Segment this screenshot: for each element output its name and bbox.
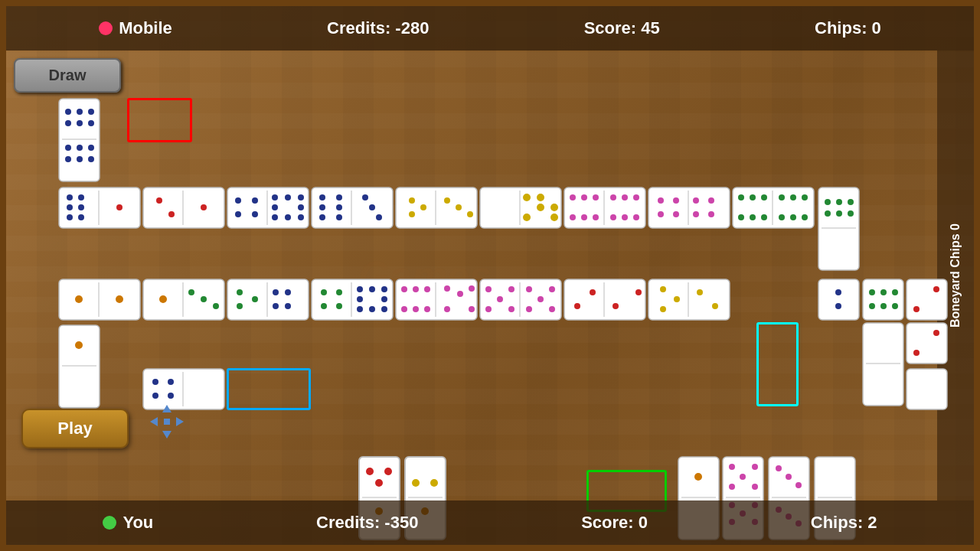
- svg-point-198: [933, 286, 939, 292]
- domino-22r[interactable]: [564, 279, 646, 321]
- svg-point-183: [660, 306, 666, 312]
- mobile-dot: [99, 21, 113, 35]
- svg-point-151: [413, 286, 419, 292]
- svg-point-102: [790, 194, 796, 201]
- domino-far-right-red2[interactable]: [906, 322, 948, 364]
- domino-far-right-blank[interactable]: [862, 322, 904, 406]
- svg-point-163: [485, 286, 492, 292]
- domino-21[interactable]: [142, 187, 225, 229]
- svg-point-242: [776, 465, 782, 471]
- draw-button[interactable]: Draw: [14, 58, 121, 93]
- svg-point-182: [674, 296, 680, 302]
- domino-33y2[interactable]: [479, 187, 562, 229]
- svg-point-176: [590, 289, 596, 295]
- svg-rect-93: [733, 187, 814, 228]
- svg-rect-119: [143, 279, 224, 320]
- svg-point-159: [444, 306, 450, 312]
- svg-point-49: [336, 214, 342, 220]
- domino-33y[interactable]: [395, 187, 478, 229]
- svg-point-100: [761, 214, 767, 220]
- svg-point-91: [693, 211, 699, 217]
- domino-66m[interactable]: [564, 187, 646, 229]
- svg-point-45: [336, 194, 342, 201]
- boneyard-text: Boneyard Chips 0: [947, 223, 964, 328]
- red-highlight-1: [127, 98, 192, 142]
- game-container: Mobile Credits: -280 Score: 45 Chips: 0 …: [0, 0, 980, 551]
- svg-point-143: [357, 296, 363, 302]
- svg-point-8: [65, 145, 71, 151]
- svg-point-32: [235, 211, 241, 217]
- svg-rect-125: [227, 279, 309, 320]
- svg-rect-69: [564, 187, 645, 228]
- svg-rect-196: [906, 279, 947, 320]
- svg-point-20: [67, 214, 73, 220]
- domino-36b[interactable]: [311, 279, 394, 321]
- domino-55p[interactable]: [479, 279, 562, 321]
- svg-point-18: [67, 204, 73, 210]
- svg-point-168: [526, 286, 532, 292]
- svg-point-193: [869, 303, 875, 309]
- svg-point-22: [116, 204, 122, 210]
- svg-point-167: [508, 306, 514, 312]
- move-icon[interactable]: [148, 403, 186, 441]
- mobile-label: Mobile: [119, 18, 172, 38]
- svg-point-44: [319, 194, 325, 201]
- svg-point-111: [848, 199, 854, 205]
- svg-point-104: [779, 214, 785, 220]
- top-credits: Credits: -280: [327, 18, 429, 38]
- svg-rect-199: [59, 325, 100, 408]
- domino-46[interactable]: [227, 187, 309, 229]
- svg-point-95: [738, 194, 744, 201]
- svg-point-34: [272, 194, 278, 201]
- svg-point-35: [285, 194, 291, 201]
- svg-point-30: [235, 197, 241, 204]
- svg-point-155: [424, 306, 430, 312]
- domino-v-right1[interactable]: [818, 187, 860, 271]
- svg-point-217: [384, 468, 392, 475]
- domino-44p[interactable]: [648, 187, 730, 229]
- svg-point-121: [159, 295, 167, 303]
- svg-point-52: [376, 214, 382, 220]
- svg-point-9: [77, 145, 83, 151]
- svg-point-234: [752, 484, 758, 490]
- svg-point-165: [497, 296, 503, 302]
- play-button[interactable]: Play: [21, 409, 129, 448]
- svg-point-40: [285, 214, 291, 220]
- svg-point-195: [892, 303, 898, 309]
- domino-far-right-blank2[interactable]: [906, 368, 948, 410]
- you-dot: [103, 516, 116, 530]
- svg-point-150: [401, 286, 407, 292]
- svg-point-194: [880, 303, 887, 309]
- svg-point-36: [298, 194, 304, 201]
- domino-61[interactable]: [58, 187, 141, 229]
- svg-rect-254: [164, 419, 170, 425]
- svg-point-86: [673, 197, 679, 204]
- svg-point-223: [430, 479, 438, 487]
- svg-point-4: [88, 109, 94, 115]
- svg-rect-210: [906, 323, 947, 364]
- svg-point-232: [740, 474, 746, 480]
- domino-13o[interactable]: [142, 279, 225, 321]
- svg-point-190: [869, 289, 875, 295]
- svg-rect-186: [818, 279, 859, 320]
- domino-v-right2[interactable]: [818, 279, 860, 321]
- svg-point-10: [88, 145, 94, 151]
- svg-point-138: [321, 303, 327, 309]
- domino-11o[interactable]: [58, 279, 141, 321]
- domino-v-left2[interactable]: [58, 324, 100, 409]
- domino-65p[interactable]: [395, 279, 478, 321]
- top-chips: Chips: 0: [815, 18, 881, 38]
- svg-marker-251: [162, 431, 172, 439]
- svg-point-113: [836, 210, 842, 217]
- domino-32y[interactable]: [648, 279, 730, 321]
- board: Games Draw: [6, 51, 937, 500]
- svg-point-3: [77, 109, 83, 115]
- svg-point-201: [75, 341, 83, 349]
- svg-marker-250: [162, 405, 172, 412]
- domino-63[interactable]: [311, 187, 394, 229]
- domino-v-far-right[interactable]: [862, 279, 904, 321]
- domino-34g[interactable]: [227, 279, 309, 321]
- svg-point-50: [362, 194, 368, 201]
- domino-66g[interactable]: [732, 187, 815, 229]
- domino-far-right-red[interactable]: [906, 279, 948, 321]
